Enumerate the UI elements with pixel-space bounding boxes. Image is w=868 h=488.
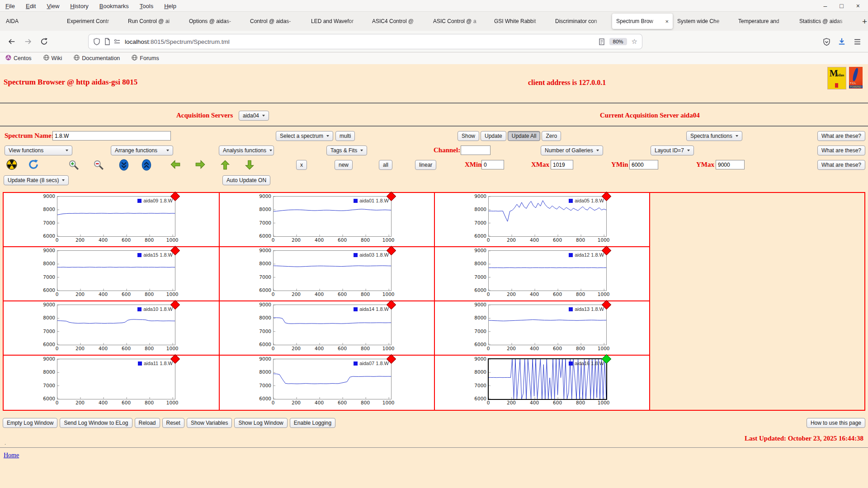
zoom-level-badge[interactable]: 80% (609, 38, 627, 45)
tags-fits-dropdown[interactable]: Tags & Fits (326, 145, 367, 155)
menu-hamburger-button[interactable] (850, 34, 864, 49)
how-to-use-button[interactable]: How to use this page (807, 418, 865, 428)
url-bar[interactable]: localhost:8015/Spectrum/Spectrum.tml 80%… (89, 34, 642, 49)
bookmark-centos[interactable]: Centos (5, 55, 32, 62)
new-tab-button[interactable]: + (859, 17, 868, 26)
zoom-in-icon[interactable] (68, 159, 80, 171)
tab-asic4-control-[interactable]: ASIC4 Control @ (368, 14, 429, 29)
tab-aida[interactable]: AIDA (2, 14, 62, 29)
spectrum-plot[interactable]: aida11 1.8.W (57, 359, 175, 399)
analysis-functions-dropdown[interactable]: Analysis functions (219, 145, 274, 155)
footer-button-reload[interactable]: Reload (135, 418, 160, 428)
reload-button[interactable] (37, 34, 52, 49)
footer-button-show-log-window[interactable]: Show Log Window (234, 418, 287, 428)
tab-control-aidas-[interactable]: Control @ aidas- (246, 14, 307, 29)
tab-temperature-and[interactable]: Temperature and (734, 14, 795, 29)
radiation-icon[interactable] (6, 159, 17, 170)
footer-button-send-log-window-to-elog[interactable]: Send Log Window to ELog (60, 418, 132, 428)
maximize-button[interactable]: □ (840, 3, 843, 9)
spectrum-plot[interactable]: aida09 1.8.W (57, 196, 175, 237)
account-shield-button[interactable] (819, 34, 834, 49)
acquisition-server-select[interactable]: aida04 (239, 111, 269, 121)
spectrum-plot[interactable]: aida03 1.8.W (273, 250, 392, 291)
zoom-out-icon[interactable] (93, 159, 104, 171)
forward-button[interactable] (21, 34, 35, 49)
ymin-input[interactable] (629, 160, 658, 169)
tab-asic-control-a[interactable]: ASIC Control @ a (429, 14, 490, 29)
what-are-these-button-2[interactable]: What are these? (817, 145, 865, 155)
bookmark-star-icon[interactable]: ☆ (632, 38, 637, 46)
tab-options-aidas-[interactable]: Options @ aidas- (185, 14, 245, 29)
select-spectrum-dropdown[interactable]: Select a spectrum (276, 131, 333, 141)
arrange-functions-dropdown[interactable]: Arrange functions (111, 145, 173, 155)
bookmark-forums[interactable]: Forums (132, 55, 159, 62)
back-button[interactable] (5, 34, 19, 49)
spectrum-plot[interactable]: aida16 1.8.W (488, 358, 607, 400)
bookmark-documentation[interactable]: Documentation (74, 55, 120, 62)
view-functions-dropdown[interactable]: View functions (5, 145, 72, 155)
what-are-these-button-3[interactable]: What are these? (817, 160, 865, 170)
update-rate-dropdown[interactable]: Update Rate (8 secs) (4, 175, 69, 185)
menu-help[interactable]: Help (164, 3, 176, 9)
tab-experiment-contr[interactable]: Experiment Contr (63, 14, 123, 29)
menu-edit[interactable]: Edit (26, 3, 36, 9)
home-link[interactable]: Home (4, 452, 19, 459)
scroll-down-icon[interactable] (118, 159, 129, 171)
what-are-these-button-1[interactable]: What are these? (817, 131, 865, 141)
x-button[interactable]: x (296, 160, 307, 170)
close-button[interactable]: × (856, 3, 860, 9)
tab-spectrum-brow[interactable]: Spectrum Brow× (612, 14, 673, 29)
channel-input[interactable] (461, 145, 491, 155)
menu-history[interactable]: History (70, 3, 88, 9)
tab-system-wide-che[interactable]: System wide Che (673, 14, 734, 29)
tab-discriminator-con[interactable]: Discriminator con (551, 14, 612, 29)
footer-button-reset[interactable]: Reset (162, 418, 184, 428)
spectrum-plot[interactable]: aida05 1.8.W (488, 196, 607, 237)
tab-led-and-wavefor[interactable]: LED and Wavefor (307, 14, 368, 29)
arrow-up-icon[interactable] (220, 159, 231, 171)
footer-button-enable-logging[interactable]: Enable Logging (290, 418, 335, 428)
spectrum-plot[interactable]: aida12 1.8.W (488, 250, 607, 291)
auto-update-button[interactable]: Auto Update ON (222, 175, 270, 185)
number-of-galleries-dropdown[interactable]: Number of Galleries (541, 145, 603, 155)
update-button[interactable]: Update (481, 131, 506, 141)
downloads-button[interactable] (835, 34, 849, 49)
arrow-right-icon[interactable] (194, 159, 206, 170)
multi-button[interactable]: multi (335, 131, 355, 141)
menu-bookmarks[interactable]: Bookmarks (99, 3, 129, 9)
update-all-button[interactable]: Update All (508, 131, 541, 141)
footer-button-empty-log-window[interactable]: Empty Log Window (3, 418, 57, 428)
menu-view[interactable]: View (47, 3, 59, 9)
show-button[interactable]: Show (458, 131, 479, 141)
zero-button[interactable]: Zero (542, 131, 561, 141)
xmin-input[interactable] (481, 160, 504, 169)
spectrum-name-input[interactable] (52, 131, 171, 141)
spectrum-plot[interactable]: aida13 1.8.W (488, 305, 607, 345)
arrow-left-icon[interactable] (170, 159, 181, 170)
footer-button-show-variables[interactable]: Show Variables (187, 418, 232, 428)
tab-statistics-aidas[interactable]: Statistics @ aidas (795, 14, 856, 29)
reader-mode-icon[interactable] (599, 38, 605, 45)
spectrum-plot[interactable]: aida14 1.8.W (273, 305, 392, 345)
menu-tools[interactable]: Tools (140, 3, 153, 9)
menu-file[interactable]: File (5, 3, 15, 9)
all-button[interactable]: all (379, 160, 392, 170)
tab-run-control-ai[interactable]: Run Control @ ai (124, 14, 184, 29)
xmax-input[interactable] (551, 160, 573, 169)
new-button[interactable]: new (335, 160, 353, 170)
tab-close-icon[interactable]: × (665, 18, 669, 25)
spectrum-plot[interactable]: aida15 1.8.W (57, 250, 175, 291)
scroll-up-icon[interactable] (141, 159, 152, 171)
tab-gsi-white-rabbit[interactable]: GSI White Rabbit (490, 14, 551, 29)
layout-id-dropdown[interactable]: Layout ID=7 (651, 145, 694, 155)
refresh-icon[interactable] (28, 159, 39, 170)
minimize-button[interactable]: – (824, 3, 827, 9)
bookmark-wiki[interactable]: Wiki (43, 55, 62, 62)
linear-button[interactable]: linear (415, 160, 436, 170)
spectrum-plot[interactable]: aida01 1.8.W (273, 196, 392, 237)
spectrum-plot[interactable]: aida07 1.8.W (273, 359, 392, 399)
spectra-functions-dropdown[interactable]: Spectra functions (686, 131, 742, 141)
arrow-down-icon[interactable] (244, 159, 255, 171)
spectrum-plot[interactable]: aida10 1.8.W (57, 305, 175, 345)
ymax-input[interactable] (716, 160, 745, 169)
